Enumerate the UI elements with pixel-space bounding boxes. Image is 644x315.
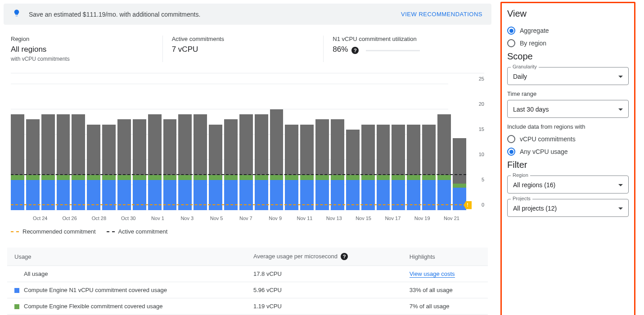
- filter-heading: Filter: [507, 160, 629, 170]
- bar[interactable]: [255, 114, 268, 210]
- side-panel: View AggregateBy region Scope Granularit…: [500, 2, 635, 315]
- region-select[interactable]: Region All regions (16): [507, 176, 629, 194]
- stat-label: Active commitments: [172, 36, 315, 42]
- bar[interactable]: [72, 114, 85, 210]
- table-row: Compute Engine N1 vCPU commitment covere…: [7, 282, 488, 298]
- help-icon[interactable]: ?: [341, 253, 348, 260]
- radio-icon: [507, 39, 515, 47]
- chevron-down-icon: [618, 76, 623, 78]
- bar[interactable]: [331, 119, 344, 210]
- bar[interactable]: [285, 125, 298, 210]
- view-heading: View: [507, 9, 629, 19]
- bar[interactable]: [178, 114, 192, 210]
- banner-text: Save an estimated $111.19/mo. with addit…: [29, 11, 401, 18]
- col-highlights: Highlights: [402, 248, 488, 266]
- bar[interactable]: [422, 125, 436, 210]
- col-avg: Average usage per microsecond ?: [246, 248, 402, 266]
- bar[interactable]: [377, 125, 390, 210]
- stat-sub: with vCPU commitments: [11, 56, 153, 62]
- view-option[interactable]: By region: [507, 37, 629, 50]
- stat-utilization: N1 vCPU commitment utilization 86% ?: [324, 36, 484, 62]
- timerange-label: Time range: [507, 90, 629, 97]
- radio-icon: [507, 135, 515, 143]
- bar[interactable]: [300, 125, 314, 210]
- bar[interactable]: [209, 125, 222, 210]
- bar[interactable]: [117, 119, 131, 210]
- view-usage-costs-link[interactable]: View usage costs: [410, 270, 455, 278]
- bar[interactable]: [239, 114, 253, 210]
- bar[interactable]: [407, 125, 420, 210]
- include-option[interactable]: Any vCPU usage: [507, 145, 629, 158]
- recommendation-banner: Save an estimated $111.19/mo. with addit…: [4, 4, 491, 25]
- radio-icon: [507, 148, 515, 156]
- table-row: Compute Engine Flexible commitment cover…: [7, 298, 488, 315]
- stat-label: Region: [11, 36, 153, 42]
- chart-legend: Recommended commitment Active commitment: [11, 221, 484, 242]
- include-label: Include data from regions with: [507, 123, 629, 130]
- legend-active: Active commitment: [107, 228, 168, 235]
- bar[interactable]: [133, 119, 146, 210]
- stats-row: Region All regions with vCPU commitments…: [4, 33, 491, 73]
- bar[interactable]: [315, 119, 329, 210]
- granularity-select[interactable]: Granularity Daily: [507, 67, 629, 85]
- stat-value: All regions: [11, 45, 153, 54]
- help-icon[interactable]: ?: [351, 47, 359, 54]
- bar[interactable]: [224, 119, 238, 210]
- utilization-bar: [366, 50, 420, 51]
- bar[interactable]: [346, 130, 360, 210]
- stat-value: 7 vCPU: [172, 45, 315, 54]
- bar[interactable]: [270, 109, 284, 210]
- bar[interactable]: [11, 114, 24, 210]
- bar[interactable]: [361, 125, 375, 210]
- stat-label: N1 vCPU commitment utilization: [333, 36, 475, 42]
- bar[interactable]: [437, 114, 451, 210]
- bar[interactable]: [148, 114, 162, 210]
- stat-value: 86%: [333, 45, 348, 54]
- bar[interactable]: [87, 125, 100, 210]
- bar[interactable]: [57, 114, 70, 210]
- stat-region: Region All regions with vCPU commitments: [11, 36, 163, 62]
- bar[interactable]: [392, 125, 405, 210]
- table-row: All usage17.8 vCPUView usage costs: [7, 266, 488, 282]
- legend-recommended: Recommended commitment: [11, 228, 96, 235]
- usage-chart: ! 0510152025 Oct 24Oct 26Oct 28Oct 30Nov…: [11, 73, 484, 242]
- bar[interactable]: [194, 114, 207, 210]
- bar[interactable]: [26, 119, 40, 210]
- bar[interactable]: [102, 125, 116, 210]
- radio-icon: [507, 27, 515, 35]
- timerange-select[interactable]: Last 30 days: [507, 100, 629, 118]
- view-option[interactable]: Aggregate: [507, 24, 629, 37]
- stat-active-commitments: Active commitments 7 vCPU: [163, 36, 324, 62]
- include-option[interactable]: vCPU commitments: [507, 133, 629, 145]
- bar[interactable]: [41, 114, 55, 210]
- bar[interactable]: [163, 119, 177, 210]
- col-usage: Usage: [7, 248, 246, 266]
- chevron-down-icon: [618, 108, 623, 111]
- chevron-down-icon: [618, 184, 623, 186]
- view-recommendations-link[interactable]: VIEW RECOMMENDATIONS: [401, 11, 482, 18]
- chevron-down-icon: [618, 207, 623, 210]
- projects-select[interactable]: Projects All projects (12): [507, 199, 629, 217]
- usage-table: Usage Average usage per microsecond ? Hi…: [7, 248, 488, 315]
- scope-heading: Scope: [507, 51, 629, 62]
- lightbulb-icon: [13, 9, 21, 19]
